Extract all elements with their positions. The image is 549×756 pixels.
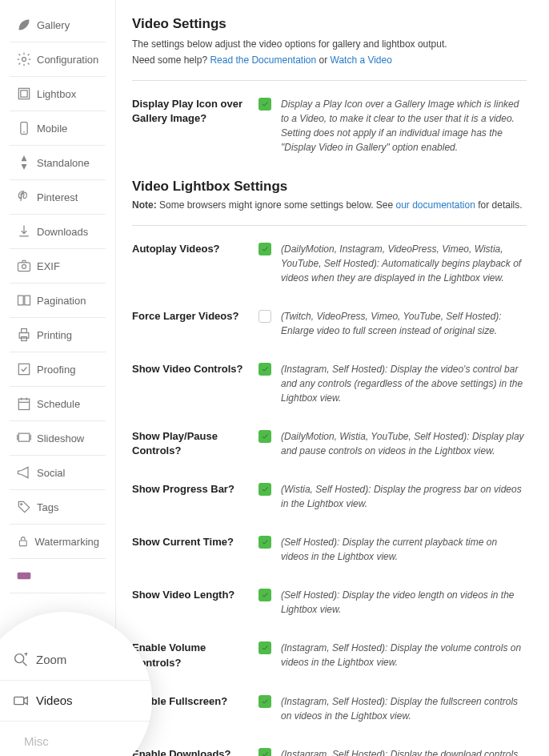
svg-rect-13 [18,399,29,409]
sidebar-item-gallery[interactable]: Gallery [10,8,106,42]
sidebar-item-label: Pinterest [37,191,78,203]
sidebar-item-label: Pagination [37,295,86,307]
setting-row: Enable Fullscreen?(Instagram, Self Hoste… [132,694,527,723]
sidebar-item-schedule[interactable]: Schedule [10,387,106,421]
checkbox-checked[interactable] [258,363,271,376]
pagination-icon [16,294,32,307]
videos-label: Videos [36,694,73,707]
checkbox-checked[interactable] [258,641,271,654]
note-text: Some browsers might ignore some settings… [157,199,396,211]
setting-value: (Twitch, VideoPress, Vimeo, YouTube, Sel… [258,309,527,338]
setting-value: (Wistia, Self Hosted): Display the progr… [258,482,527,511]
setting-value: (Instagram, Self Hosted): Display the vi… [258,362,527,405]
video-icon [12,694,30,708]
sidebar-item-label: Printing [37,329,72,341]
camera-icon [16,259,32,272]
sidebar-item-label: Standalone [37,157,90,169]
setting-label: Show Video Controls? [132,362,258,405]
setting-row: Display Play Icon over Gallery Image?Dis… [132,97,527,155]
setting-description: (Twitch, VideoPress, Vimeo, YouTube, Sel… [281,309,527,338]
note-label: Note: [132,199,157,211]
sidebar-item-label: Watermarking [35,536,99,548]
sidebar-item-pagination[interactable]: Pagination [10,284,106,318]
svg-rect-17 [18,433,29,441]
watch-video-link[interactable]: Watch a Video [331,54,392,66]
lightbox-icon [16,87,32,100]
our-documentation-link[interactable]: our documentation [395,199,475,211]
svg-rect-22 [18,573,31,579]
lock-icon [16,535,30,548]
sidebar-item-mobile[interactable]: Mobile [10,111,106,146]
setting-value: (Self Hosted): Display the current playb… [258,535,527,564]
sidebar-item-exif[interactable]: EXIF [10,249,106,284]
sidebar-item-label: Configuration [37,54,98,66]
slideshow-icon [16,432,32,444]
sidebar-item-downloads[interactable]: Downloads [10,215,106,249]
checkbox-checked[interactable] [258,483,271,496]
misc-label: Misc [24,734,49,748]
setting-value: (DailyMotion, Wistia, YouTube, Self Host… [258,429,527,458]
download-icon [16,225,32,238]
checkbox-checked[interactable] [258,430,271,443]
sidebar-item-label: EXIF [37,260,60,272]
standalone-icon [16,156,32,169]
sidebar-item-tags[interactable]: Tags [10,490,106,525]
setting-label: Show Video Length? [132,588,258,617]
sidebar-item-lightbox[interactable]: Lightbox [10,77,106,111]
setting-row: Force Larger Videos?(Twitch, VideoPress,… [132,309,527,338]
svg-point-0 [22,58,26,62]
setting-description: Display a Play Icon over a Gallery Image… [281,97,527,155]
setting-label: Show Current Time? [132,535,258,564]
setting-description: (Wistia, Self Hosted): Display the progr… [281,482,527,511]
sidebar-item-watermarking[interactable]: Watermarking [10,525,106,559]
calendar-icon [16,397,32,410]
checkbox-checked[interactable] [258,589,271,601]
read-documentation-link[interactable]: Read the Documentation [210,54,316,66]
svg-rect-2 [21,90,27,97]
video-settings-title: Video Settings [132,16,527,32]
sidebar-item-proofing[interactable]: Proofing [10,352,106,387]
setting-label: Display Play Icon over Gallery Image? [132,97,258,155]
setting-row: Show Progress Bar?(Wistia, Self Hosted):… [132,482,527,511]
setting-description: (DailyMotion, Instagram, VideoPress, Vim… [281,242,527,285]
setting-row: Show Video Controls?(Instagram, Self Hos… [132,362,527,405]
checkbox-unchecked[interactable] [258,310,271,323]
help-prefix: Need some help? [132,54,210,66]
checkbox-checked[interactable] [258,695,271,708]
gear-icon [16,53,32,66]
sidebar-item-printing[interactable]: Printing [10,318,106,352]
divider [132,225,527,226]
checkbox-checked[interactable] [258,536,271,549]
sidebar-item-pinterest[interactable]: Pinterest [10,180,106,215]
zoom-item-videos[interactable]: Videos [0,681,152,722]
setting-row: Show Current Time?(Self Hosted): Display… [132,535,527,564]
svg-rect-25 [14,697,24,704]
sidebar-item-label: Gallery [37,19,70,31]
checkbox-checked[interactable] [258,243,271,255]
zoom-icon [12,653,30,667]
checkbox-checked[interactable] [258,98,271,111]
sidebar-item-social[interactable]: Social [10,456,106,490]
help-or: or [316,54,330,66]
proofing-icon [16,363,32,376]
zoom-item-misc[interactable]: Misc [0,722,152,757]
zoom-label: Zoom [36,653,66,666]
sidebar-item-label: Social [37,467,65,479]
sidebar-item-slideshow[interactable]: Slideshow [10,421,106,456]
zoom-item-zoom[interactable]: Zoom [0,640,152,681]
setting-label: Force Larger Videos? [132,309,258,338]
sidebar-item-woo[interactable] [10,559,106,593]
sidebar-item-configuration[interactable]: Configuration [10,42,106,77]
svg-rect-21 [19,541,26,546]
setting-label: Enable Volume Controls? [132,641,258,670]
setting-description: (Instagram, Self Hosted): Display the do… [281,747,527,756]
checkbox-checked[interactable] [258,748,271,756]
tag-icon [16,501,32,513]
setting-label: Show Progress Bar? [132,482,258,511]
svg-point-20 [21,504,22,505]
sidebar-item-standalone[interactable]: Standalone [10,146,106,180]
mobile-icon [16,122,32,135]
sidebar-item-label: Schedule [37,398,80,410]
sidebar-item-label: Lightbox [37,88,76,100]
setting-description: (Instagram, Self Hosted): Display the vo… [281,641,527,670]
